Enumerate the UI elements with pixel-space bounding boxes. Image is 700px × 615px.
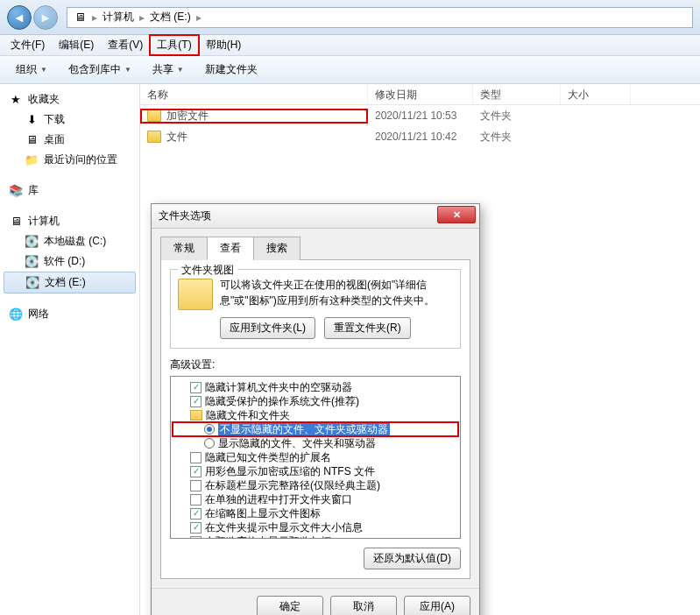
address-bar[interactable]: 🖥 ▸ 计算机 ▸ 文档 (E:) ▸ (67, 7, 693, 28)
computer-icon: 🖥 (9, 215, 23, 229)
file-name: 文件 (166, 130, 187, 145)
breadcrumb-computer[interactable]: 计算机 (103, 10, 134, 25)
folder-icon (147, 110, 161, 122)
include-library-button[interactable]: 包含到库中▼ (60, 59, 140, 81)
tree-item[interactable]: ✓隐藏受保护的操作系统文件(推荐) (173, 394, 458, 408)
tree-item[interactable]: 在标题栏显示完整路径(仅限经典主题) (173, 478, 458, 492)
tab-view[interactable]: 查看 (207, 237, 254, 260)
folder-options-dialog: 文件夹选项 ✕ 常规 查看 搜索 文件夹视图 可以将该文件夹正在使用的视图(例如… (151, 203, 480, 615)
tree-item[interactable]: ✓在预览窗格中显示预览句柄 (173, 534, 458, 539)
new-folder-button[interactable]: 新建文件夹 (196, 59, 266, 81)
sidebar-downloads[interactable]: ⬇下载 (0, 110, 139, 130)
tree-item[interactable]: 在单独的进程中打开文件夹窗口 (173, 492, 458, 506)
dialog-titlebar[interactable]: 文件夹选项 ✕ (152, 204, 479, 229)
desktop-icon: 🖥 (25, 133, 39, 147)
cancel-button[interactable]: 取消 (330, 596, 397, 615)
file-type: 文件夹 (473, 109, 561, 124)
chevron-down-icon: ▼ (40, 66, 47, 74)
share-button[interactable]: 共享▼ (144, 59, 193, 81)
folder-large-icon (178, 279, 213, 310)
library-icon: 📚 (9, 184, 23, 198)
tree-item[interactable]: 显示隐藏的文件、文件夹和驱动器 (173, 436, 458, 450)
tree-item[interactable]: ✓在缩略图上显示文件图标 (173, 506, 458, 520)
col-name[interactable]: 名称 (140, 84, 368, 104)
tab-panel-view: 文件夹视图 可以将该文件夹正在使用的视图(例如"详细信息"或"图标")应用到所有… (160, 260, 470, 579)
file-date: 2020/11/21 10:53 (368, 110, 473, 122)
tree-item[interactable]: ✓在文件夹提示中显示文件大小信息 (173, 520, 458, 534)
titlebar: ◄ ► 🖥 ▸ 计算机 ▸ 文档 (E:) ▸ (0, 0, 700, 35)
col-type[interactable]: 类型 (473, 84, 561, 104)
checkbox-icon[interactable]: ✓ (190, 536, 202, 540)
organize-button[interactable]: 组织▼ (7, 59, 56, 81)
ok-button[interactable]: 确定 (257, 596, 323, 615)
checkbox-icon[interactable]: ✓ (190, 508, 202, 520)
toolbar: 组织▼ 包含到库中▼ 共享▼ 新建文件夹 (0, 56, 700, 84)
tab-general[interactable]: 常规 (160, 237, 208, 260)
drive-icon: 💽 (25, 235, 39, 249)
advanced-settings-tree[interactable]: ✓隐藏计算机文件夹中的空驱动器 ✓隐藏受保护的操作系统文件(推荐) 隐藏文件和文… (170, 376, 461, 539)
close-button[interactable]: ✕ (437, 206, 476, 223)
menubar: 文件(F) 编辑(E) 查看(V) 工具(T) 帮助(H) (0, 35, 700, 56)
sidebar-computer[interactable]: 🖥计算机 (0, 211, 139, 231)
separator-icon: ▸ (196, 11, 202, 24)
reset-folders-button[interactable]: 重置文件夹(R) (324, 317, 411, 339)
nav-buttons: ◄ ► (7, 5, 58, 30)
sidebar-desktop[interactable]: 🖥桌面 (0, 130, 139, 150)
checkbox-icon[interactable]: ✓ (190, 522, 202, 534)
tree-item[interactable]: ✓用彩色显示加密或压缩的 NTFS 文件 (173, 464, 458, 478)
chevron-down-icon: ▼ (177, 66, 184, 74)
menu-file[interactable]: 文件(F) (4, 35, 52, 55)
apply-to-folders-button[interactable]: 应用到文件夹(L) (220, 317, 315, 339)
sidebar: ★收藏夹 ⬇下载 🖥桌面 📁最近访问的位置 📚库 🖥计算机 💽本地磁盘 (C:)… (0, 84, 140, 615)
file-date: 2020/11/21 10:42 (368, 131, 473, 143)
sidebar-recent[interactable]: 📁最近访问的位置 (0, 150, 139, 170)
file-row[interactable]: 文件 2020/11/21 10:42 文件夹 (140, 126, 700, 147)
sidebar-drive-e[interactable]: 💽文档 (E:) (4, 272, 136, 293)
checkbox-icon[interactable] (190, 452, 202, 463)
tree-item[interactable]: ✓隐藏计算机文件夹中的空驱动器 (173, 380, 458, 394)
sidebar-network[interactable]: 🌐网络 (0, 304, 139, 324)
forward-button[interactable]: ► (33, 5, 58, 30)
dialog-tabs: 常规 查看 搜索 (160, 236, 470, 260)
menu-view[interactable]: 查看(V) (101, 35, 150, 55)
tree-item-selected[interactable]: 不显示隐藏的文件、文件夹或驱动器 (173, 422, 458, 436)
apply-button[interactable]: 应用(A) (404, 596, 470, 615)
folder-icon (147, 131, 161, 143)
checkbox-icon[interactable]: ✓ (190, 466, 202, 477)
separator-icon: ▸ (139, 11, 145, 24)
checkbox-icon[interactable] (190, 480, 202, 491)
star-icon: ★ (9, 93, 23, 107)
col-size[interactable]: 大小 (561, 84, 631, 104)
advanced-settings-label: 高级设置: (170, 357, 461, 372)
checkbox-icon[interactable] (190, 494, 202, 505)
checkbox-icon[interactable]: ✓ (190, 382, 202, 393)
file-type: 文件夹 (473, 130, 561, 145)
sidebar-drive-d[interactable]: 💽软件 (D:) (0, 251, 139, 272)
download-icon: ⬇ (25, 113, 39, 127)
radio-icon[interactable] (204, 438, 215, 449)
tree-item[interactable]: 隐藏文件和文件夹 (173, 408, 458, 422)
back-button[interactable]: ◄ (7, 5, 32, 30)
tab-search[interactable]: 搜索 (253, 237, 301, 260)
restore-defaults-button[interactable]: 还原为默认值(D) (364, 548, 461, 569)
file-row[interactable]: 加密文件 2020/11/21 10:53 文件夹 (140, 105, 700, 126)
menu-edit[interactable]: 编辑(E) (52, 35, 101, 55)
checkbox-icon[interactable]: ✓ (190, 396, 202, 407)
group-description: 可以将该文件夹正在使用的视图(例如"详细信息"或"图标")应用到所有这种类型的文… (220, 277, 453, 308)
file-name: 加密文件 (166, 109, 209, 124)
computer-icon: 🖥 (73, 11, 87, 25)
menu-tools[interactable]: 工具(T) (150, 35, 198, 55)
menu-help[interactable]: 帮助(H) (199, 35, 249, 55)
drive-icon: 💽 (25, 276, 39, 290)
chevron-down-icon: ▼ (124, 66, 131, 74)
sidebar-drive-c[interactable]: 💽本地磁盘 (C:) (0, 231, 139, 251)
sidebar-libraries[interactable]: 📚库 (0, 180, 139, 201)
col-date[interactable]: 修改日期 (368, 84, 473, 104)
dialog-title: 文件夹选项 (159, 209, 211, 223)
breadcrumb-drive[interactable]: 文档 (E:) (150, 10, 191, 25)
drive-icon: 💽 (25, 255, 39, 269)
column-headers: 名称 修改日期 类型 大小 (140, 84, 700, 105)
radio-icon[interactable] (204, 424, 215, 435)
tree-item[interactable]: 隐藏已知文件类型的扩展名 (173, 450, 458, 464)
sidebar-favorites[interactable]: ★收藏夹 (0, 89, 139, 110)
